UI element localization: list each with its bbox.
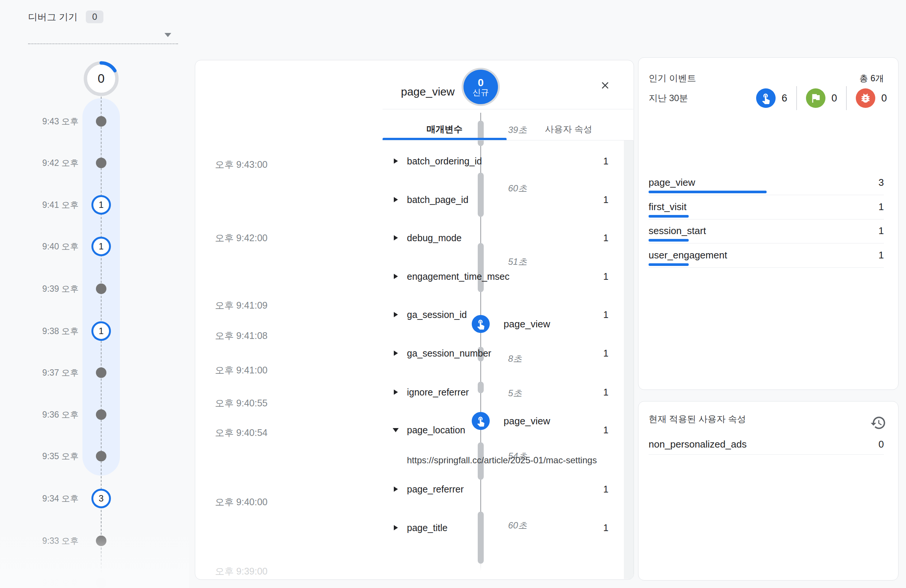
event-row-bar bbox=[649, 263, 689, 266]
expand-caret-icon[interactable] bbox=[394, 351, 398, 356]
timeline-minute-dot[interactable] bbox=[96, 451, 107, 461]
stream-event-name[interactable]: page_view bbox=[504, 318, 550, 330]
touch-icon bbox=[475, 415, 486, 427]
stream-event-icon[interactable] bbox=[472, 315, 490, 333]
expand-caret-icon[interactable] bbox=[394, 525, 398, 530]
user-properties-title: 현재 적용된 사용자 속성 bbox=[649, 413, 746, 425]
expand-caret-icon[interactable] bbox=[394, 486, 398, 492]
event-row-divider bbox=[649, 243, 884, 244]
parameters-scrollbar[interactable] bbox=[624, 140, 634, 579]
parameter-value: 1 bbox=[603, 523, 608, 533]
timeline-minute-dot[interactable] bbox=[96, 410, 107, 420]
detail-header-divider bbox=[383, 109, 633, 109]
touch-counter-badge bbox=[756, 88, 775, 108]
stream-gap-duration: 5초 bbox=[508, 387, 522, 399]
event-row-name[interactable]: first_visit bbox=[649, 201, 686, 213]
event-counter: 6 bbox=[756, 88, 787, 108]
stream-gap-duration: 8초 bbox=[508, 353, 522, 365]
parameter-name[interactable]: engagement_time_msec bbox=[407, 271, 510, 282]
timeline-minute-count[interactable]: 1 bbox=[91, 195, 111, 215]
timeline-time-label: 9:43 오후 bbox=[19, 116, 79, 127]
stream-event-name[interactable]: page_view bbox=[504, 415, 550, 427]
event-type-counters: 600 bbox=[756, 86, 887, 110]
close-icon bbox=[600, 80, 611, 91]
user-property-value: 0 bbox=[879, 438, 884, 450]
touch-icon bbox=[475, 318, 486, 330]
timeline-time-label: 9:39 오후 bbox=[19, 283, 79, 295]
timeline-minute-dot[interactable] bbox=[96, 367, 107, 378]
close-button[interactable] bbox=[597, 77, 613, 94]
parameter-name[interactable]: page_title bbox=[407, 523, 447, 533]
event-row-divider bbox=[649, 268, 884, 268]
expand-caret-icon[interactable] bbox=[394, 389, 398, 395]
event-row-value: 1 bbox=[879, 201, 884, 213]
parameter-name[interactable]: page_referrer bbox=[407, 484, 464, 495]
timeline-minute-count[interactable]: 3 bbox=[91, 489, 111, 508]
timeline-minute-dot[interactable] bbox=[96, 158, 107, 168]
parameter-name[interactable]: page_location bbox=[407, 425, 465, 435]
new-events-badge[interactable]: 0 신규 bbox=[464, 70, 498, 104]
history-icon bbox=[870, 414, 887, 431]
event-row-name[interactable]: user_engagement bbox=[649, 249, 727, 261]
parameter-name[interactable]: ga_session_id bbox=[407, 309, 467, 320]
tab-parameters[interactable]: 매개변수 bbox=[383, 118, 507, 140]
stream-timestamp: 오후 9:41:09 bbox=[212, 299, 268, 312]
timeline-time-label: 9:34 오후 bbox=[19, 493, 79, 505]
timeline-time-label: 9:35 오후 bbox=[19, 451, 79, 462]
timeline-minute-dot[interactable] bbox=[96, 284, 107, 294]
expand-caret-icon[interactable] bbox=[394, 158, 398, 164]
timeline-minute-dot[interactable] bbox=[96, 116, 107, 127]
event-row-value: 3 bbox=[879, 177, 884, 188]
timeline-minute-count[interactable]: 1 bbox=[91, 321, 111, 341]
expand-caret-icon[interactable] bbox=[394, 274, 398, 279]
stream-gap-capsule bbox=[478, 382, 484, 393]
parameter-name[interactable]: batch_page_id bbox=[407, 194, 468, 205]
timeline-time-label: 9:40 오후 bbox=[19, 241, 79, 252]
stream-timestamp: 오후 9:39:00 bbox=[212, 565, 268, 577]
stream-gap-duration: 60초 bbox=[508, 182, 527, 194]
parameter-value: 1 bbox=[603, 233, 608, 244]
parameter-value: 1 bbox=[603, 156, 608, 167]
event-row-bar bbox=[649, 215, 689, 218]
parameter-name[interactable]: ignore_referrer bbox=[407, 387, 469, 398]
parameter-name[interactable]: batch_ordering_id bbox=[407, 156, 482, 167]
user-properties-card: 현재 적용된 사용자 속성 non_personalized_ads0 bbox=[638, 401, 898, 580]
debugview-page: 디버그 기기 0 0 9:43 오후9:42 오후9:41 오후19:40 오후… bbox=[0, 0, 906, 588]
stream-event-icon[interactable] bbox=[472, 412, 490, 430]
event-row-name[interactable]: session_start bbox=[649, 225, 706, 237]
expand-caret-icon[interactable] bbox=[394, 312, 398, 317]
parameter-value: 1 bbox=[603, 425, 608, 435]
event-row-name[interactable]: page_view bbox=[649, 177, 695, 188]
timeline-time-label: 9:37 오후 bbox=[19, 367, 79, 379]
bug-icon bbox=[860, 92, 871, 104]
tabs-divider bbox=[383, 140, 633, 140]
expand-caret-icon[interactable] bbox=[394, 197, 398, 202]
timeline-minute-count[interactable]: 1 bbox=[91, 237, 111, 256]
event-row-divider bbox=[649, 195, 884, 195]
new-events-count: 0 bbox=[478, 77, 484, 88]
stream-gap-capsule bbox=[478, 512, 484, 564]
user-property-name: non_personalized_ads bbox=[649, 438, 747, 450]
event-row-bar bbox=[649, 239, 689, 242]
chevron-down-icon bbox=[164, 33, 171, 37]
debug-device-count-badge: 0 bbox=[86, 11, 104, 23]
stream-timestamp: 오후 9:40:55 bbox=[212, 397, 268, 410]
stream-timestamp: 오후 9:41:00 bbox=[212, 364, 268, 376]
event-row-bar bbox=[649, 191, 767, 193]
stream-timestamp: 오후 9:41:08 bbox=[212, 330, 268, 342]
history-button[interactable] bbox=[869, 413, 888, 432]
timeline-time-label: 9:36 오후 bbox=[19, 409, 79, 421]
touch-icon bbox=[760, 92, 772, 104]
stream-timestamp: 오후 9:40:00 bbox=[212, 496, 268, 508]
tab-user-properties[interactable]: 사용자 속성 bbox=[507, 118, 631, 140]
debug-device-select[interactable] bbox=[28, 22, 178, 44]
stream-timestamp: 오후 9:42:00 bbox=[212, 232, 268, 244]
parameter-name[interactable]: debug_mode bbox=[407, 233, 462, 244]
top-events-period: 지난 30분 bbox=[649, 92, 688, 104]
parameter-name[interactable]: ga_session_number bbox=[407, 348, 491, 359]
debug-device-label: 디버그 기기 bbox=[28, 11, 78, 23]
collapse-caret-icon[interactable] bbox=[393, 428, 399, 432]
counter-value: 6 bbox=[782, 92, 787, 104]
expand-caret-icon[interactable] bbox=[394, 235, 398, 241]
parameter-value: 1 bbox=[603, 387, 608, 398]
